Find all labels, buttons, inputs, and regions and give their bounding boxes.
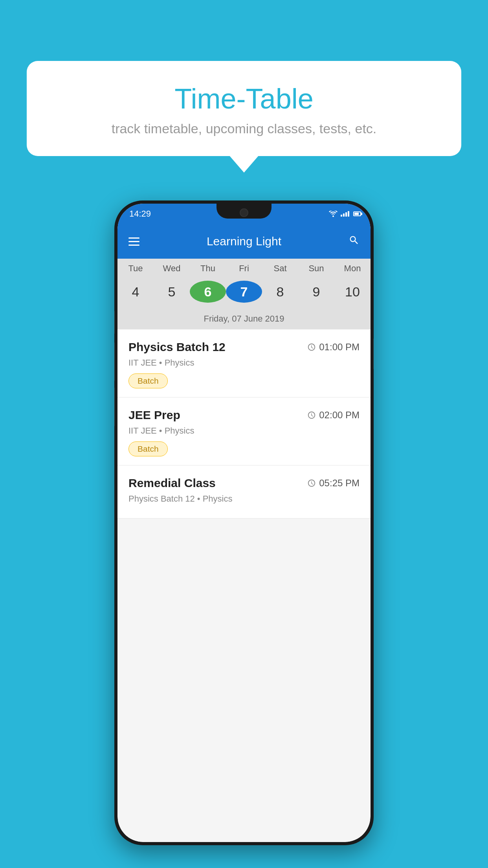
- tooltip-title: Time-Table: [50, 83, 438, 115]
- schedule-item-3-header: Remedial Class 05:25 PM: [128, 476, 360, 490]
- schedule-item-1-time: 01:00 PM: [307, 342, 360, 353]
- search-button[interactable]: [349, 235, 360, 248]
- calendar-selected-7[interactable]: 7: [226, 281, 262, 303]
- day-label-mon: Mon: [334, 263, 371, 274]
- app-bar: Learning Light: [117, 224, 371, 259]
- schedule-item-2-time: 02:00 PM: [307, 410, 360, 421]
- schedule-item-3[interactable]: Remedial Class 05:25 PM Physics Batch 12…: [117, 465, 371, 519]
- clock-icon-2: [307, 411, 316, 419]
- calendar-day-9[interactable]: 9: [298, 280, 334, 303]
- clock-icon-1: [307, 343, 316, 351]
- schedule-item-1-title: Physics Batch 12: [128, 340, 226, 354]
- volume-down-button: [114, 342, 115, 381]
- tooltip-subtitle: track timetable, upcoming classes, tests…: [50, 121, 438, 136]
- volume-up-button: [114, 311, 115, 334]
- schedule-item-1-header: Physics Batch 12 01:00 PM: [128, 340, 360, 354]
- day-label-wed: Wed: [154, 263, 190, 274]
- schedule-item-1[interactable]: Physics Batch 12 01:00 PM IIT JEE • Phys…: [117, 329, 371, 397]
- clock-icon-3: [307, 479, 316, 487]
- selected-date-label: Friday, 07 June 2019: [117, 310, 371, 329]
- silent-button: [114, 387, 115, 427]
- battery-icon: [353, 211, 361, 216]
- camera: [240, 208, 248, 217]
- app-title: Learning Light: [139, 235, 349, 248]
- schedule-item-2-header: JEE Prep 02:00 PM: [128, 408, 360, 422]
- day-label-sat: Sat: [262, 263, 298, 274]
- status-time: 14:29: [129, 209, 151, 219]
- calendar-day-8[interactable]: 8: [262, 280, 298, 303]
- power-button: [373, 338, 374, 370]
- day-label-thu: Thu: [190, 263, 226, 274]
- schedule-item-2-title: JEE Prep: [128, 408, 180, 422]
- phone-inner: 14:29: [117, 204, 371, 842]
- phone-mockup: 14:29: [114, 200, 374, 845]
- day-labels: Tue Wed Thu Fri Sat Sun Mon: [117, 259, 371, 277]
- schedule-item-2-subtitle: IIT JEE • Physics: [128, 426, 360, 436]
- calendar-day-10[interactable]: 10: [334, 280, 371, 303]
- day-label-tue: Tue: [117, 263, 154, 274]
- calendar-day-4[interactable]: 4: [117, 280, 154, 303]
- schedule-item-1-badge: Batch: [128, 373, 168, 388]
- notch: [216, 204, 272, 219]
- menu-button[interactable]: [128, 237, 139, 246]
- signal-bars: [341, 211, 349, 217]
- status-icons: [329, 211, 361, 217]
- day-label-sun: Sun: [298, 263, 334, 274]
- schedule-item-3-subtitle: Physics Batch 12 • Physics: [128, 494, 360, 504]
- calendar-day-7[interactable]: 7: [226, 280, 262, 303]
- day-label-fri: Fri: [226, 263, 262, 274]
- schedule-item-2[interactable]: JEE Prep 02:00 PM IIT JEE • Physics Batc…: [117, 397, 371, 465]
- calendar-day-6[interactable]: 6: [190, 280, 226, 303]
- phone-screen: 14:29: [117, 204, 371, 842]
- tooltip-card: Time-Table track timetable, upcoming cla…: [27, 61, 461, 156]
- schedule-item-3-time: 05:25 PM: [307, 478, 360, 489]
- schedule-item-2-badge: Batch: [128, 441, 168, 456]
- calendar-today-6[interactable]: 6: [190, 281, 226, 303]
- schedule-list: Physics Batch 12 01:00 PM IIT JEE • Phys…: [117, 329, 371, 519]
- schedule-item-1-subtitle: IIT JEE • Physics: [128, 358, 360, 368]
- wifi-icon: [329, 211, 338, 217]
- day-numbers: 4 5 6 7 8 9 10: [117, 277, 371, 310]
- calendar-day-5[interactable]: 5: [154, 280, 190, 303]
- schedule-item-3-title: Remedial Class: [128, 476, 216, 490]
- calendar-section: Tue Wed Thu Fri Sat Sun Mon 4 5 6 7: [117, 259, 371, 329]
